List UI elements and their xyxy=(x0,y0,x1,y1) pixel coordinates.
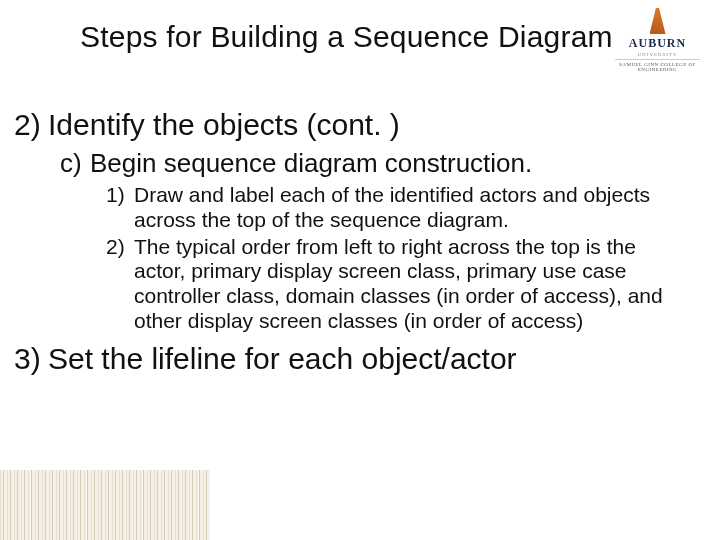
list-text: Draw and label each of the identified ac… xyxy=(134,183,664,233)
decorative-stripes xyxy=(0,470,210,540)
list-number: 3) xyxy=(14,342,48,376)
list-number: c) xyxy=(60,148,90,179)
slide: Steps for Building a Sequence Diagram AU… xyxy=(0,0,720,540)
university-logo: AUBURN UNIVERSITY SAMUEL GINN COLLEGE OF… xyxy=(615,8,700,72)
logo-divider xyxy=(615,59,700,60)
outline-item-2c2: 2) The typical order from left to right … xyxy=(106,235,690,334)
list-text: The typical order from left to right acr… xyxy=(134,235,664,334)
outline-item-2c: c) Begin sequence diagram construction. xyxy=(60,148,690,179)
outline-item-3: 3) Set the lifeline for each object/acto… xyxy=(14,342,690,376)
outline-item-2c1: 1) Draw and label each of the identified… xyxy=(106,183,690,233)
list-text: Set the lifeline for each object/actor xyxy=(48,342,517,376)
list-text: Identify the objects (cont. ) xyxy=(48,108,400,142)
slide-title: Steps for Building a Sequence Diagram xyxy=(80,20,613,54)
list-number: 1) xyxy=(106,183,134,233)
outline-item-2: 2) Identify the objects (cont. ) xyxy=(14,108,690,142)
list-number: 2) xyxy=(106,235,134,334)
tower-icon xyxy=(650,8,666,34)
logo-subline-2: SAMUEL GINN COLLEGE OF ENGINEERING xyxy=(615,62,700,72)
list-text: Begin sequence diagram construction. xyxy=(90,148,532,179)
logo-university: AUBURN xyxy=(615,36,700,51)
list-number: 2) xyxy=(14,108,48,142)
slide-body: 2) Identify the objects (cont. ) c) Begi… xyxy=(14,108,690,382)
logo-subline-1: UNIVERSITY xyxy=(615,52,700,57)
